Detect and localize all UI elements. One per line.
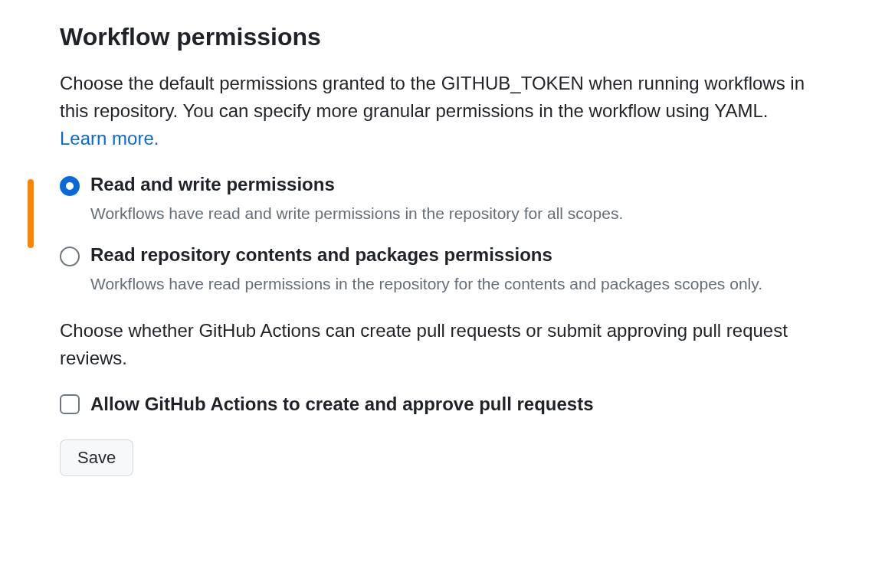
radio-input-read-write[interactable]: [60, 176, 80, 196]
checkbox-section: Choose whether GitHub Actions can create…: [60, 317, 812, 415]
radio-content: Read and write permissions Workflows hav…: [90, 174, 812, 226]
radio-description: Workflows have read and write permission…: [90, 201, 812, 226]
radio-description: Workflows have read permissions in the r…: [90, 272, 812, 296]
checkbox-label: Allow GitHub Actions to create and appro…: [90, 394, 594, 415]
section-description: Choose the default permissions granted t…: [60, 70, 812, 152]
description-text: Choose the default permissions granted t…: [60, 73, 805, 121]
checkbox-description: Choose whether GitHub Actions can create…: [60, 317, 812, 372]
highlight-bar: [28, 179, 34, 248]
radio-option-read-only[interactable]: Read repository contents and packages pe…: [60, 244, 812, 296]
checkbox-input-allow-pr[interactable]: [60, 394, 80, 414]
radio-label: Read repository contents and packages pe…: [90, 244, 812, 266]
learn-more-link[interactable]: Learn more.: [60, 128, 159, 149]
radio-label: Read and write permissions: [90, 174, 812, 195]
save-button[interactable]: Save: [60, 439, 133, 476]
radio-option-read-write[interactable]: Read and write permissions Workflows hav…: [60, 174, 812, 226]
section-title: Workflow permissions: [60, 23, 812, 51]
radio-input-read-only[interactable]: [60, 247, 80, 266]
permissions-radio-group: Read and write permissions Workflows hav…: [60, 174, 812, 296]
checkbox-option-allow-pr[interactable]: Allow GitHub Actions to create and appro…: [60, 394, 812, 415]
radio-content: Read repository contents and packages pe…: [90, 244, 812, 296]
